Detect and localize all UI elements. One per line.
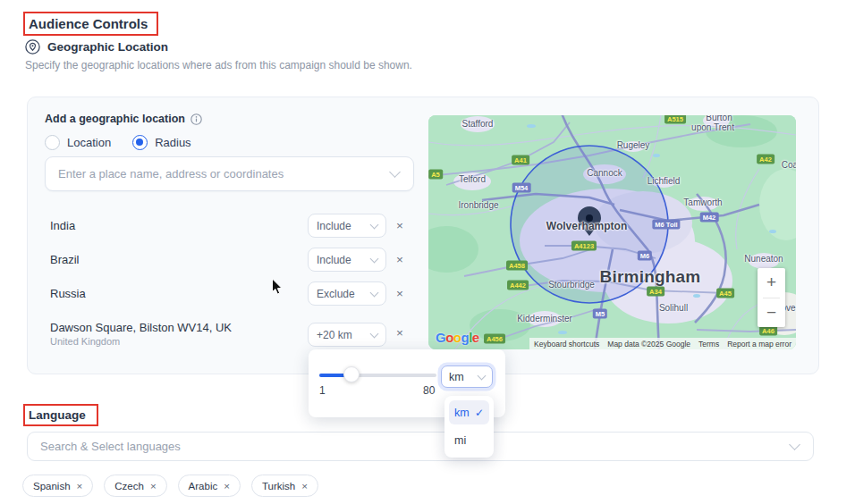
- page-title: Audience Controls: [29, 16, 148, 31]
- map-label-birmingham: Birmingham: [600, 267, 701, 287]
- place-search-input[interactable]: [46, 167, 391, 181]
- slider-max-label: 80: [423, 384, 435, 397]
- language-tag: Arabic ×: [178, 475, 241, 497]
- map-attribution: Keyboard shortcuts Map data ©2025 Google…: [529, 338, 796, 349]
- geo-targeting-card: Add a geographic location Location Radiu…: [27, 97, 819, 374]
- radius-slider-track[interactable]: [319, 374, 436, 377]
- radio-location-label: Location: [67, 136, 111, 149]
- map-label: Nuneaton: [744, 254, 783, 264]
- selected-languages: Spanish × Czech × Arabic × Turkish ×: [22, 475, 318, 497]
- remove-tag-button[interactable]: ×: [77, 481, 83, 491]
- map-label: Solihull: [659, 303, 688, 313]
- unit-select-button[interactable]: km: [441, 365, 493, 388]
- radio-location[interactable]: Location: [45, 135, 111, 150]
- radius-slider-handle[interactable]: [343, 366, 360, 382]
- location-mode-radios: Location Radius: [45, 135, 191, 150]
- map-label: Burton: [706, 115, 732, 122]
- remove-tag-button[interactable]: ×: [224, 481, 230, 491]
- language-tag: Spanish ×: [22, 475, 93, 497]
- road-badge: A456: [484, 334, 505, 344]
- report-map-error-link[interactable]: Report a map error: [727, 340, 792, 349]
- check-icon: ✓: [475, 407, 484, 419]
- location-name: India: [50, 219, 75, 232]
- location-name: Dawson Square, Bilston WV14, UK: [50, 321, 232, 334]
- remove-location-button[interactable]: ×: [393, 287, 407, 300]
- chevron-down-icon: [389, 166, 401, 178]
- remove-tag-button[interactable]: ×: [301, 481, 308, 491]
- radio-radius-circle[interactable]: [132, 135, 148, 150]
- chevron-down-icon: [370, 254, 379, 263]
- language-tag: Turkish ×: [251, 475, 318, 497]
- road-badge: M42: [700, 213, 719, 223]
- map-label: Ironbridge: [458, 200, 498, 210]
- road-badge: A5: [428, 170, 443, 180]
- road-badge: M6 Toll: [652, 220, 680, 230]
- chevron-down-icon: [478, 371, 487, 380]
- audience-controls-annotation-box: Audience Controls: [23, 12, 158, 36]
- language-search-combobox[interactable]: [27, 432, 814, 461]
- location-name: Russia: [50, 287, 86, 300]
- radius-value-select[interactable]: +20 km: [308, 323, 386, 347]
- remove-location-button[interactable]: ×: [393, 253, 407, 266]
- road-badge: A4123: [571, 241, 597, 251]
- google-logo[interactable]: Google: [436, 330, 479, 345]
- chevron-down-icon: [789, 439, 800, 450]
- language-title: Language: [29, 408, 86, 422]
- road-badge: A42: [757, 155, 775, 164]
- map-label: Tamworth: [683, 197, 722, 207]
- map-zoom-control: + −: [758, 268, 785, 327]
- road-badge: M6: [638, 251, 652, 261]
- section-title: Geographic Location: [47, 40, 168, 54]
- road-badge: A515: [665, 115, 686, 124]
- mouse-cursor-icon: [271, 278, 284, 296]
- place-search-combobox[interactable]: [45, 156, 414, 191]
- language-search-input[interactable]: [28, 440, 791, 453]
- unit-option-mi[interactable]: mi: [449, 428, 489, 452]
- slider-min-label: 1: [319, 384, 326, 397]
- section-description: Specify the geographic locations where a…: [25, 59, 412, 71]
- remove-location-button[interactable]: ×: [393, 326, 407, 340]
- road-badge: A34: [647, 287, 665, 297]
- language-annotation-box: Language: [23, 404, 98, 426]
- map-label: Lichfield: [648, 176, 681, 186]
- location-name: Brazil: [50, 253, 80, 266]
- unit-dropdown-menu: km ✓ mi: [444, 396, 494, 458]
- road-badge: A46: [759, 326, 777, 336]
- geographic-location-header: Geographic Location: [25, 39, 168, 55]
- add-location-label: Add a geographic location: [45, 113, 202, 125]
- terms-link[interactable]: Terms: [698, 340, 719, 349]
- road-badge: A41: [512, 155, 529, 165]
- remove-tag-button[interactable]: ×: [150, 481, 157, 491]
- zoom-in-button[interactable]: +: [758, 268, 785, 298]
- map-label: Cannock: [587, 168, 622, 178]
- radio-radius[interactable]: Radius: [132, 135, 190, 150]
- road-badge: A442: [507, 281, 529, 290]
- map-label: Stourbridge: [548, 280, 595, 290]
- road-badge: A45: [716, 289, 734, 298]
- map-label: Stafford: [462, 119, 494, 129]
- include-exclude-select[interactable]: Include: [308, 248, 386, 272]
- include-exclude-select[interactable]: Exclude: [308, 281, 386, 306]
- remove-location-button[interactable]: ×: [393, 219, 407, 232]
- map-canvas[interactable]: Stafford Burton upon Trent Rugeley Coa T…: [428, 115, 796, 349]
- location-pin-circle-icon: [25, 39, 40, 55]
- map-terrain: [428, 115, 796, 349]
- map-label: Rugeley: [617, 140, 650, 150]
- radio-location-circle[interactable]: [45, 135, 60, 150]
- road-badge: A458: [506, 261, 528, 271]
- chevron-down-icon: [370, 329, 379, 338]
- map-label: Kidderminster: [517, 314, 572, 323]
- keyboard-shortcuts-link[interactable]: Keyboard shortcuts: [534, 340, 599, 349]
- zoom-out-button[interactable]: −: [758, 298, 785, 327]
- radio-radius-label: Radius: [155, 136, 190, 149]
- chevron-down-icon: [370, 220, 379, 229]
- map-label: Telford: [459, 174, 486, 184]
- include-exclude-select[interactable]: Include: [308, 214, 386, 238]
- map-label: Coa: [782, 160, 796, 170]
- road-badge: M54: [512, 183, 531, 193]
- map-label: upon Trent: [691, 122, 734, 132]
- unit-option-km[interactable]: km ✓: [449, 400, 489, 424]
- map-data-text: Map data ©2025 Google: [607, 340, 690, 349]
- map-label-wolverhampton: Wolverhampton: [546, 220, 627, 232]
- road-badge: M5: [593, 309, 607, 319]
